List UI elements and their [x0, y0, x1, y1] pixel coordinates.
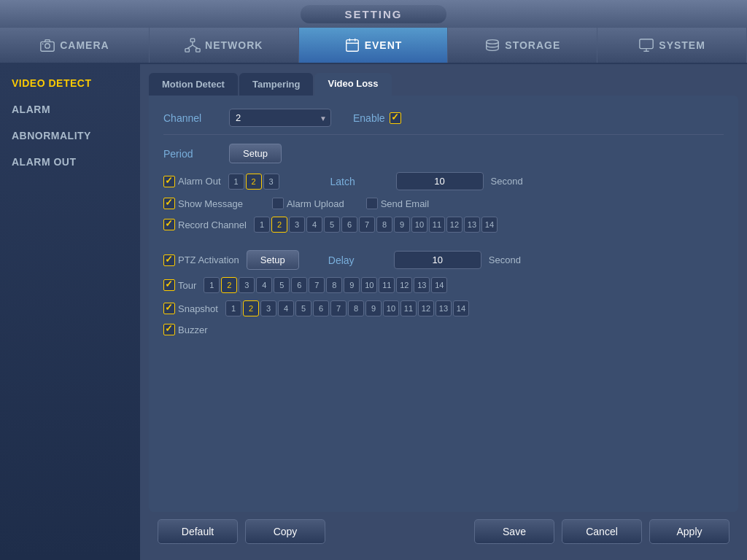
tour-num-2[interactable]: 2: [221, 277, 237, 293]
snap-num-2[interactable]: 2: [243, 300, 259, 316]
sidebar-item-alarm-out[interactable]: ALARM OUT: [0, 149, 140, 175]
rc-num-11[interactable]: 11: [429, 217, 445, 233]
ptz-setup-button[interactable]: Setup: [247, 250, 299, 270]
rc-num-8[interactable]: 8: [376, 217, 392, 233]
camera-icon: [39, 37, 55, 53]
nav-tab-network[interactable]: NETWORK: [150, 28, 299, 63]
period-row: Period Setup: [163, 144, 724, 163]
nav-tab-camera[interactable]: CAMERA: [0, 28, 150, 63]
alarm-out-checkbox-item: Alarm Out: [163, 176, 221, 187]
snap-num-7[interactable]: 7: [330, 300, 347, 316]
system-icon: [638, 37, 654, 53]
tab-motion-detect[interactable]: Motion Detect: [149, 73, 238, 96]
tour-nums: 1 2 3 4 5 6 7 8 9 10 11 12 13 14: [204, 277, 447, 293]
tour-num-7[interactable]: 7: [309, 277, 325, 293]
tour-num-3[interactable]: 3: [239, 277, 255, 293]
tab-tampering[interactable]: Tampering: [239, 73, 314, 96]
sidebar-item-alarm[interactable]: ALARM: [0, 96, 140, 122]
tour-num-4[interactable]: 4: [256, 277, 272, 293]
snap-num-8[interactable]: 8: [348, 300, 364, 316]
rc-num-12[interactable]: 12: [446, 217, 462, 233]
tour-num-13[interactable]: 13: [414, 277, 430, 293]
channel-label: Channel: [163, 112, 222, 124]
default-button[interactable]: Default: [158, 519, 238, 544]
show-message-checkbox[interactable]: [163, 198, 175, 209]
snap-num-11[interactable]: 11: [400, 300, 417, 316]
sidebar-item-video-detect[interactable]: VIDEO DETECT: [0, 70, 140, 96]
latch-input[interactable]: [396, 172, 484, 190]
alarm-out-num-1[interactable]: 1: [228, 174, 244, 190]
nav-tab-event[interactable]: EVENT: [299, 28, 449, 63]
apply-button[interactable]: Apply: [649, 519, 729, 544]
tab-video-loss[interactable]: Video Loss: [314, 73, 391, 96]
snap-num-12[interactable]: 12: [418, 300, 434, 316]
rc-num-6[interactable]: 6: [341, 217, 357, 233]
snap-num-10[interactable]: 10: [383, 300, 399, 316]
tour-num-14[interactable]: 14: [431, 277, 447, 293]
snap-num-9[interactable]: 9: [365, 300, 382, 316]
alarm-out-checkbox[interactable]: [163, 176, 175, 187]
tour-num-11[interactable]: 11: [379, 277, 395, 293]
snap-num-6[interactable]: 6: [313, 300, 329, 316]
bottom-left-buttons: Default Copy: [158, 519, 325, 544]
tour-num-8[interactable]: 8: [326, 277, 342, 293]
latch-second-label: Second: [491, 176, 523, 187]
tour-label: Tour: [178, 280, 196, 291]
svg-rect-5: [196, 49, 201, 52]
rc-num-3[interactable]: 3: [289, 217, 305, 233]
tour-num-6[interactable]: 6: [291, 277, 307, 293]
nav-tab-camera-label: CAMERA: [60, 39, 109, 51]
rc-num-9[interactable]: 9: [394, 217, 410, 233]
nav-tab-network-label: NETWORK: [205, 39, 263, 51]
message-row: Show Message Alarm Upload Send Email: [163, 198, 724, 209]
enable-checkbox[interactable]: [390, 112, 401, 124]
snap-num-4[interactable]: 4: [278, 300, 294, 316]
save-button[interactable]: Save: [474, 519, 554, 544]
tour-num-12[interactable]: 12: [396, 277, 412, 293]
rc-num-14[interactable]: 14: [481, 217, 498, 233]
record-channel-nums: 1 2 3 4 5 6 7 8 9 10 11 12 13 14: [254, 217, 498, 233]
title-label: SETTING: [301, 5, 446, 23]
svg-rect-3: [190, 39, 195, 42]
tour-num-5[interactable]: 5: [274, 277, 290, 293]
nav-tab-storage[interactable]: STORAGE: [448, 28, 597, 63]
rc-num-2[interactable]: 2: [271, 217, 287, 233]
tour-checkbox[interactable]: [163, 279, 175, 291]
alarm-out-num-2[interactable]: 2: [246, 174, 262, 190]
enable-area: Enable: [353, 112, 401, 124]
send-email-item: Send Email: [366, 198, 429, 209]
snap-num-14[interactable]: 14: [453, 300, 469, 316]
rc-num-7[interactable]: 7: [359, 217, 375, 233]
delay-input[interactable]: [394, 251, 481, 269]
svg-point-0: [45, 44, 50, 48]
tour-num-10[interactable]: 10: [361, 277, 377, 293]
period-setup-button[interactable]: Setup: [229, 144, 282, 163]
snap-num-13[interactable]: 13: [436, 300, 452, 316]
rc-num-1[interactable]: 1: [254, 217, 270, 233]
alarm-upload-checkbox[interactable]: [272, 198, 284, 209]
nav-tab-system[interactable]: SYSTEM: [597, 28, 747, 63]
snap-num-3[interactable]: 3: [260, 300, 276, 316]
rc-num-5[interactable]: 5: [324, 217, 340, 233]
tour-num-9[interactable]: 9: [344, 277, 360, 293]
send-email-checkbox[interactable]: [366, 198, 378, 209]
buzzer-checkbox[interactable]: [163, 324, 175, 335]
sidebar-item-abnormality[interactable]: ABNORMALITY: [0, 122, 140, 149]
rc-num-13[interactable]: 13: [464, 217, 480, 233]
snap-num-1[interactable]: 1: [225, 300, 241, 316]
alarm-out-num-3[interactable]: 3: [263, 174, 279, 190]
ptz-activation-checkbox[interactable]: [163, 254, 175, 266]
snap-num-5[interactable]: 5: [295, 300, 311, 316]
cancel-button[interactable]: Cancel: [562, 519, 642, 544]
tour-num-1[interactable]: 1: [204, 277, 220, 293]
snapshot-item: Snapshot: [163, 303, 218, 314]
snapshot-row: Snapshot 1 2 3 4 5 6 7 8 9 10 11 12 13 1…: [163, 300, 724, 316]
alarm-out-nums: 1 2 3: [228, 174, 279, 190]
copy-button[interactable]: Copy: [245, 519, 325, 544]
record-channel-checkbox[interactable]: [163, 219, 175, 230]
snapshot-checkbox[interactable]: [163, 303, 175, 314]
channel-select[interactable]: 2 134: [229, 109, 331, 127]
snapshot-label: Snapshot: [178, 303, 218, 314]
rc-num-4[interactable]: 4: [306, 217, 322, 233]
rc-num-10[interactable]: 10: [411, 217, 427, 233]
